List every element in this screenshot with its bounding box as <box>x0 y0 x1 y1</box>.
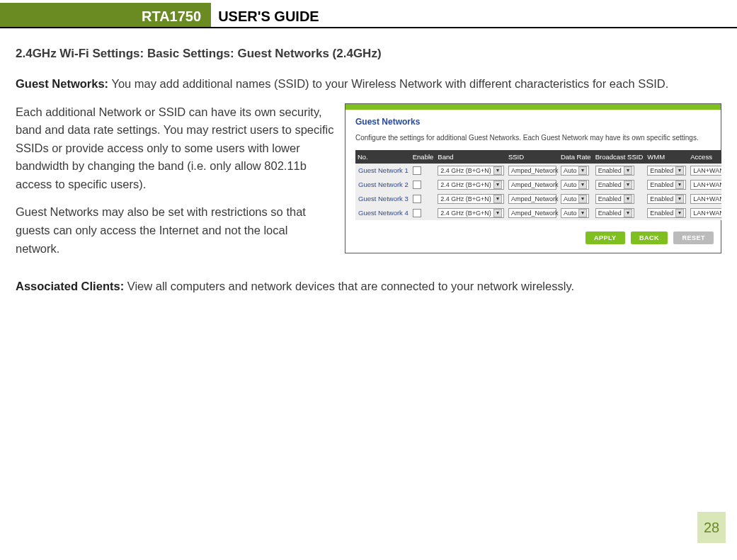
enable-checkbox[interactable] <box>413 166 421 175</box>
table-row: Guest Network 42.4 GHz (B+G+N)▾Amped_Net… <box>355 206 721 220</box>
ssid-input[interactable]: Amped_Network <box>508 208 556 218</box>
page-number: 28 <box>697 512 726 543</box>
broadcast-select[interactable]: Enabled▾ <box>595 166 634 176</box>
table-row: Guest Network 32.4 GHz (B+G+N)▾Amped_Net… <box>355 192 721 206</box>
wmm-select[interactable]: Enabled▾ <box>647 166 686 176</box>
band-select[interactable]: 2.4 GHz (B+G+N)▾ <box>438 194 504 204</box>
access-select[interactable]: LAN+WAN▾ <box>690 208 721 218</box>
col-ssid: SSID <box>506 150 559 164</box>
enable-checkbox[interactable] <box>413 209 421 217</box>
doc-title: USER'S GUIDE <box>211 3 319 27</box>
chevron-down-icon: ▾ <box>578 181 587 189</box>
guest-networks-screenshot: Guest Networks Configure the settings fo… <box>345 103 721 253</box>
left-para-2: Guest Networks may also be set with rest… <box>16 203 334 258</box>
row-label: Guest Network 2 <box>355 178 411 192</box>
rate-select[interactable]: Auto▾ <box>561 194 590 204</box>
band-select[interactable]: 2.4 GHz (B+G+N)▾ <box>438 208 504 218</box>
col-rate: Data Rate <box>559 150 593 164</box>
associated-text: View all computers and network devices t… <box>124 280 574 292</box>
rate-select[interactable]: Auto▾ <box>561 180 590 190</box>
panel-title: Guest Networks <box>355 117 714 127</box>
enable-checkbox[interactable] <box>413 195 421 203</box>
access-select[interactable]: LAN+WAN▾ <box>690 166 721 176</box>
broadcast-select[interactable]: Enabled▾ <box>595 194 634 204</box>
chevron-down-icon: ▾ <box>578 166 587 175</box>
table-row: Guest Network 12.4 GHz (B+G+N)▾Amped_Net… <box>355 164 721 178</box>
chevron-down-icon: ▾ <box>675 209 684 217</box>
band-select[interactable]: 2.4 GHz (B+G+N)▾ <box>438 180 504 190</box>
chevron-down-icon: ▾ <box>493 209 502 217</box>
col-no: No. <box>355 150 411 164</box>
ssid-input[interactable]: Amped_Network <box>508 180 556 190</box>
reset-button[interactable]: RESET <box>673 232 714 244</box>
col-access: Access <box>688 150 721 164</box>
guest-networks-table: No. Enable Band SSID Data Rate Broadcast… <box>355 150 721 220</box>
chevron-down-icon: ▾ <box>624 181 632 189</box>
row-label: Guest Network 3 <box>355 192 411 206</box>
intro-text: You may add additional names (SSID) to y… <box>108 77 668 90</box>
apply-button[interactable]: APPLY <box>585 232 625 244</box>
section-heading: 2.4GHz Wi-Fi Settings: Basic Settings: G… <box>16 47 721 61</box>
chevron-down-icon: ▾ <box>624 166 632 175</box>
chevron-down-icon: ▾ <box>578 209 587 217</box>
panel-button-row: APPLY BACK RESET <box>355 230 714 244</box>
associated-clients-paragraph: Associated Clients: View all computers a… <box>16 278 721 296</box>
panel-description: Configure the settings for additional Gu… <box>355 134 714 142</box>
row-label: Guest Network 1 <box>355 164 411 178</box>
intro-paragraph: Guest Networks: You may add additional n… <box>16 75 721 93</box>
ssid-input[interactable]: Amped_Network <box>508 194 556 204</box>
rate-select[interactable]: Auto▾ <box>561 208 590 218</box>
left-text-column: Each additional Network or SSID can have… <box>16 103 334 268</box>
col-band: Band <box>435 150 506 164</box>
chevron-down-icon: ▾ <box>624 195 632 203</box>
chevron-down-icon: ▾ <box>675 166 684 175</box>
left-para-1: Each additional Network or SSID can have… <box>16 103 334 194</box>
chevron-down-icon: ▾ <box>493 166 502 175</box>
wmm-select[interactable]: Enabled▾ <box>647 194 686 204</box>
access-select[interactable]: LAN+WAN▾ <box>690 194 721 204</box>
wmm-select[interactable]: Enabled▾ <box>647 208 686 218</box>
ssid-input[interactable]: Amped_Network <box>508 166 556 176</box>
col-wmm: WMM <box>645 150 688 164</box>
intro-label: Guest Networks: <box>16 77 108 90</box>
col-enable: Enable <box>411 150 436 164</box>
band-select[interactable]: 2.4 GHz (B+G+N)▾ <box>438 166 504 176</box>
product-model: RTA1750 <box>0 3 211 27</box>
associated-label: Associated Clients: <box>16 280 124 292</box>
row-label: Guest Network 4 <box>355 206 411 220</box>
back-button[interactable]: BACK <box>631 232 668 244</box>
doc-header: RTA1750 USER'S GUIDE <box>0 3 737 28</box>
wmm-select[interactable]: Enabled▾ <box>647 180 686 190</box>
enable-checkbox[interactable] <box>413 181 421 189</box>
chevron-down-icon: ▾ <box>578 195 587 203</box>
chevron-down-icon: ▾ <box>675 195 684 203</box>
chevron-down-icon: ▾ <box>675 181 684 189</box>
chevron-down-icon: ▾ <box>493 195 502 203</box>
broadcast-select[interactable]: Enabled▾ <box>595 208 634 218</box>
table-row: Guest Network 22.4 GHz (B+G+N)▾Amped_Net… <box>355 178 721 192</box>
panel-accent-bar <box>345 104 721 110</box>
chevron-down-icon: ▾ <box>624 209 632 217</box>
access-select[interactable]: LAN+WAN▾ <box>690 180 721 190</box>
broadcast-select[interactable]: Enabled▾ <box>595 180 634 190</box>
col-bcast: Broadcast SSID <box>593 150 646 164</box>
rate-select[interactable]: Auto▾ <box>561 166 590 176</box>
chevron-down-icon: ▾ <box>493 181 502 189</box>
